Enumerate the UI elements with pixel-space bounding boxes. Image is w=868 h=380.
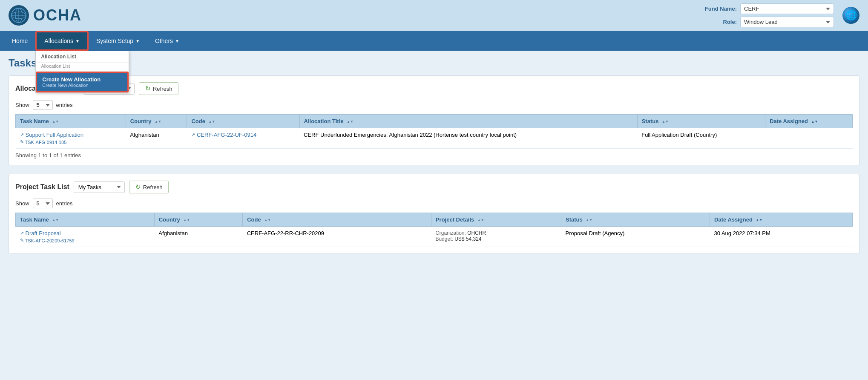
allocation-entries-select[interactable]: 5 10 25 50 [33,100,53,110]
col-code[interactable]: Code ▲▼ [187,115,299,128]
project-budget-value: US$ 54,324 [454,236,481,242]
project-table-header-row: Task Name ▲▼ Country ▲▼ Code ▲▼ Project … [16,213,853,227]
proj-details-sort-icon: ▲▼ [477,219,484,222]
main-nav: Home Allocations ▼ Allocation List Alloc… [0,31,868,51]
role-select[interactable]: Window Lead [740,17,834,27]
header-right: Fund Name: CERF Role: Window Lead 🌐 [705,3,859,27]
nav-allocations-label: Allocations [44,37,73,44]
allocation-show-entries: Show 5 10 25 50 entries [15,100,853,110]
col-allocation-title[interactable]: Allocation Title ▲▼ [299,115,637,128]
project-task-sub: ✎ TSK-AFG-20209-61759 [20,238,150,243]
project-refresh-button[interactable]: ↻ Refresh [129,181,169,193]
un-logo [9,5,29,26]
logo-area: OCHA [9,5,82,26]
allocation-date-cell [765,128,853,149]
nav-system-setup-label: System Setup [96,37,133,44]
dropdown-allocation-list-label: Allocation List [36,51,129,63]
country-sort-icon: ▲▼ [155,120,161,124]
allocation-title-sort-icon: ▲▼ [347,120,354,124]
project-task-name-cell: ↗ Draft Proposal ✎ TSK-AFG-20209-61759 [16,227,155,247]
nav-item-home[interactable]: Home [4,32,35,49]
allocation-showing-text: Showing 1 to 1 of 1 entries [15,152,853,158]
proj-col-project-details[interactable]: Project Details ▲▼ [431,213,561,227]
date-assigned-sort-icon: ▲▼ [811,120,818,124]
project-task-sub-text: TSK-AFG-20209-61759 [25,238,75,243]
ocha-logo-text: OCHA [33,6,82,24]
nav-item-others[interactable]: Others ▼ [147,32,187,49]
project-task-main-link[interactable]: ↗ Draft Proposal [20,230,150,236]
allocation-task-main-link[interactable]: ↗ Support Full Application [20,132,122,138]
create-new-allocation-main: Create New Allocation [42,76,122,83]
project-show-label: Show [15,200,29,207]
allocation-refresh-label: Refresh [153,86,172,92]
top-header: OCHA Fund Name: CERF Role: Window Lead 🌐 [0,0,868,31]
status-sort-icon: ▲▼ [662,120,669,124]
code-link-icon: ↗ [191,132,195,138]
proj-external-link-icon: ↗ [20,230,24,236]
nav-others-label: Others [155,37,173,44]
project-date-cell: 30 Aug 2022 07:34 PM [710,227,853,247]
nav-item-allocations[interactable]: Allocations ▼ [35,31,89,51]
nav-home-label: Home [12,37,28,44]
dropdown-allocation-list-sublabel: Allocation List [36,63,129,72]
col-country[interactable]: Country ▲▼ [126,115,187,128]
project-country-cell: Afghanistan [154,227,242,247]
project-entries-label: entries [56,200,73,207]
project-task-list-section: Project Task List My Tasks All Tasks ↻ R… [9,174,859,254]
allocation-table-header-row: Task Name ▲▼ Country ▲▼ Code ▲▼ Allocati… [16,115,853,128]
allocations-chevron-icon: ▼ [75,39,80,43]
proj-col-code[interactable]: Code ▲▼ [243,213,431,227]
project-filter-select[interactable]: My Tasks All Tasks [74,181,125,193]
col-date-assigned[interactable]: Date Assigned ▲▼ [765,115,853,128]
show-label: Show [15,102,29,108]
fund-label: Fund Name: [705,6,737,12]
edit-icon: ✎ [20,139,24,145]
project-code-cell: CERF-AFG-22-RR-CHR-20209 [243,227,431,247]
allocation-task-name-cell: ↗ Support Full Application ✎ TSK-AFG-091… [16,128,126,149]
nav-item-system-setup[interactable]: System Setup ▼ [89,32,147,49]
allocation-task-sub-text: TSK-AFG-0914-185 [25,140,67,145]
allocation-task-list-section: Allocation Task List My Tasks All Tasks … [9,75,859,165]
project-table: Task Name ▲▼ Country ▲▼ Code ▲▼ Project … [15,213,853,247]
col-status[interactable]: Status ▲▼ [637,115,765,128]
allocation-refresh-button[interactable]: ↻ Refresh [139,82,179,95]
proj-col-status[interactable]: Status ▲▼ [561,213,710,227]
fund-select[interactable]: CERF [740,3,834,14]
allocation-country-cell: Afghanistan [126,128,187,149]
code-sort-icon: ▲▼ [209,120,216,124]
allocation-code-text: CERF-AFG-22-UF-0914 [197,132,256,138]
system-setup-chevron-icon: ▼ [135,39,140,43]
fund-role-area: Fund Name: CERF Role: Window Lead [705,3,834,27]
role-label: Role: [723,19,737,25]
dropdown-create-new-allocation[interactable]: Create New Allocation Create New Allocat… [36,72,129,92]
proj-country-sort-icon: ▲▼ [183,219,190,222]
table-row: ↗ Support Full Application ✎ TSK-AFG-091… [16,128,853,149]
entries-label: entries [56,102,73,108]
proj-col-date-assigned[interactable]: Date Assigned ▲▼ [710,213,853,227]
role-row: Role: Window Lead [723,17,834,27]
project-refresh-icon: ↻ [135,183,141,191]
refresh-icon: ↻ [145,85,151,92]
proj-code-sort-icon: ▲▼ [264,219,271,222]
nav-allocations-container: Allocations ▼ Allocation List Allocation… [35,31,89,51]
task-name-sort-icon: ▲▼ [52,120,59,124]
proj-edit-icon: ✎ [20,238,24,243]
proj-col-task-name[interactable]: Task Name ▲▼ [16,213,155,227]
project-status-cell: Proposal Draft (Agency) [561,227,710,247]
project-refresh-label: Refresh [143,184,163,190]
proj-col-country[interactable]: Country ▲▼ [154,213,242,227]
globe-icon: 🌐 [842,7,859,24]
col-task-name[interactable]: Task Name ▲▼ [16,115,126,128]
proj-status-sort-icon: ▲▼ [586,219,592,222]
project-details-cell: Organization: OHCHR Budget: US$ 54,324 [431,227,561,247]
project-org-value: OHCHR [467,230,486,236]
proj-task-name-sort-icon: ▲▼ [52,219,59,222]
page-content: Tasks Allocation Task List My Tasks All … [0,51,868,260]
project-entries-select[interactable]: 5 10 25 50 [33,199,53,208]
project-org: Organization: OHCHR [435,230,557,236]
others-chevron-icon: ▼ [175,39,179,43]
external-link-icon: ↗ [20,132,24,138]
allocation-code-link[interactable]: ↗ CERF-AFG-22-UF-0914 [191,132,295,138]
allocations-dropdown: Allocation List Allocation List Create N… [35,51,129,93]
proj-date-sort-icon: ▲▼ [756,219,763,222]
